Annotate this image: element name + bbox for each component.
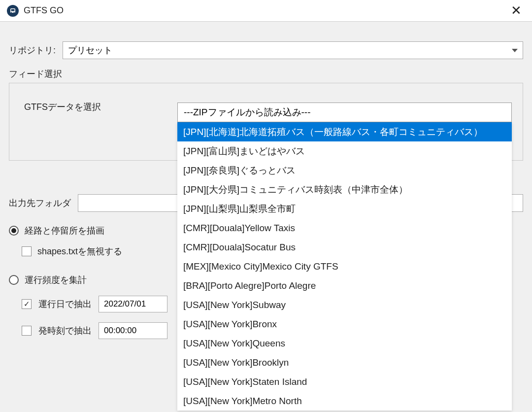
- gtfs-select-header: ---ZIPファイルから読み込み---: [184, 106, 311, 119]
- filter-by-time-checkbox[interactable]: [22, 326, 32, 336]
- dropdown-item[interactable]: [JPN][富山県]まいどはやバス: [177, 141, 512, 161]
- dropdown-item[interactable]: [JPN][北海道]北海道拓殖バス（一般路線バス・各町コミュニティバス）: [177, 122, 512, 141]
- repository-label: リポジトリ:: [9, 44, 56, 56]
- chevron-down-icon: [512, 49, 518, 52]
- feed-section-label: フィード選択: [9, 68, 523, 83]
- svg-point-2: [11, 12, 12, 13]
- dropdown-item[interactable]: [JPN][山梨県]山梨県全市町: [177, 199, 512, 218]
- dropdown-item[interactable]: [JPN][大分県]コミュニティバス時刻表（中津市全体）: [177, 180, 512, 199]
- close-icon: ✕: [511, 3, 522, 18]
- dropdown-item[interactable]: [USA][New York]Queens: [177, 334, 512, 353]
- dropdown-item[interactable]: [BRA][Porto Alegre]Porto Alegre: [177, 276, 512, 295]
- filter-by-time-label: 発時刻で抽出: [38, 325, 92, 337]
- dropdown-item[interactable]: [CMR][Douala]Socatur Bus: [177, 238, 512, 257]
- dropdown-item[interactable]: [USA][New York]Subway: [177, 295, 512, 314]
- dropdown-item[interactable]: [USA][New York]Metro North: [177, 391, 512, 411]
- filter-time-input[interactable]: [99, 322, 167, 339]
- draw-routes-radio[interactable]: [9, 226, 19, 236]
- aggregate-freq-radio[interactable]: [9, 275, 19, 285]
- draw-routes-label: 経路と停留所を描画: [25, 225, 104, 237]
- filter-by-day-checkbox[interactable]: [22, 299, 32, 309]
- gtfs-data-select[interactable]: ---ZIPファイルから読み込み---: [177, 103, 512, 122]
- dropdown-item[interactable]: [USA][New York]Brooklyn: [177, 353, 512, 372]
- gtfs-data-dropdown-list[interactable]: [JPN][北海道]北海道拓殖バス（一般路線バス・各町コミュニティバス）[JPN…: [177, 122, 512, 411]
- repository-select[interactable]: プリセット: [63, 41, 523, 59]
- app-icon: [7, 5, 19, 17]
- dropdown-item[interactable]: [USA][New York]Staten Island: [177, 372, 512, 391]
- dropdown-item[interactable]: [MEX][Mexico City]Mexico City GTFS: [177, 257, 512, 276]
- repository-row: リポジトリ: プリセット: [9, 22, 523, 68]
- titlebar-left: GTFS GO: [7, 5, 64, 17]
- aggregate-freq-label: 運行頻度を集計: [25, 274, 87, 286]
- ignore-shapes-checkbox[interactable]: [22, 246, 32, 256]
- dropdown-item[interactable]: [USA][New York]Bronx: [177, 314, 512, 334]
- filter-by-day-label: 運行日で抽出: [38, 298, 92, 310]
- dropdown-item[interactable]: [CMR][Douala]Yellow Taxis: [177, 218, 512, 238]
- dropdown-item[interactable]: [JPN][奈良県]ぐるっとバス: [177, 161, 512, 180]
- svg-rect-1: [11, 9, 15, 11]
- filter-day-input[interactable]: [99, 296, 167, 312]
- title-bar: GTFS GO ✕: [0, 0, 532, 22]
- close-button[interactable]: ✕: [506, 1, 526, 21]
- ignore-shapes-label: shapes.txtを無視する: [37, 245, 122, 257]
- gtfs-data-label: GTFSデータを選択: [24, 102, 101, 112]
- svg-point-3: [14, 12, 15, 13]
- window-title: GTFS GO: [24, 5, 64, 16]
- repository-value: プリセット: [68, 44, 112, 56]
- output-folder-label: 出力先フォルダ: [9, 197, 71, 209]
